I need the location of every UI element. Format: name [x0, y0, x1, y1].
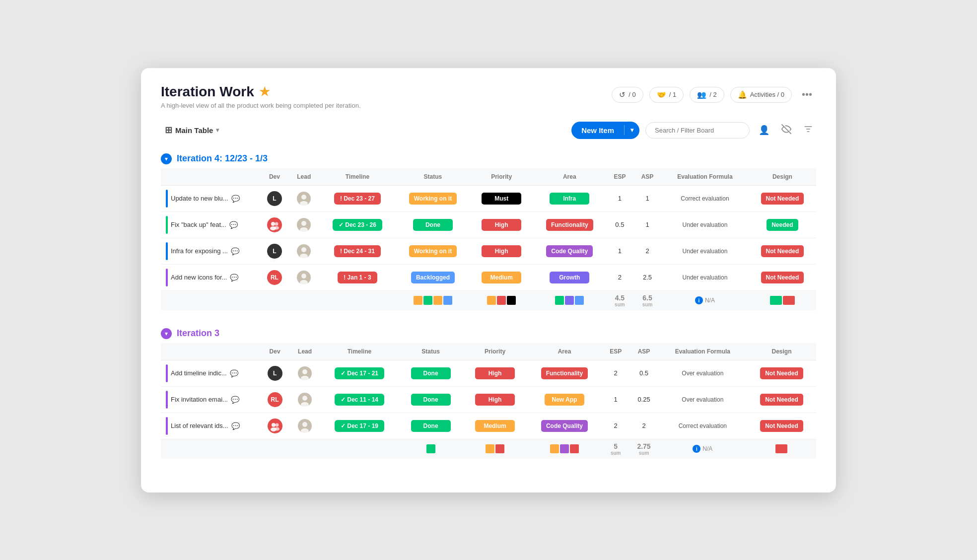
priority-cell[interactable]: Must [470, 185, 533, 211]
status-badge: Done [413, 219, 453, 231]
col-design: Design [747, 343, 816, 360]
iteration3-toggle[interactable]: ▾ [161, 328, 172, 339]
design-badge: Not Needed [761, 272, 804, 283]
status-cell[interactable]: Working on it [396, 185, 470, 211]
design-cell[interactable]: Not Needed [747, 386, 816, 413]
status-badge: Working on it [409, 245, 457, 257]
area-cell[interactable]: Code Quality [527, 413, 602, 439]
people-badge[interactable]: 👥 / 2 [690, 87, 724, 103]
iteration4-title[interactable]: Iteration 4: 12/23 - 1/3 [177, 153, 268, 164]
activities-badge[interactable]: 🔔 Activities / 0 [730, 87, 792, 103]
comment-icon[interactable]: 💬 [231, 195, 240, 203]
svg-point-30 [275, 423, 279, 426]
area-cell[interactable]: Code Quality [533, 238, 606, 264]
status-cell[interactable]: Backlogged [396, 264, 470, 290]
iteration3-title[interactable]: Iteration 3 [177, 328, 219, 339]
table-icon: ⊞ [165, 125, 172, 136]
profile-button[interactable]: 👤 [756, 122, 772, 139]
priority-badge: High [482, 219, 521, 231]
area-cell[interactable]: Functionality [533, 211, 606, 238]
comment-icon[interactable]: 💬 [230, 369, 238, 377]
priority-cell[interactable]: High [463, 386, 527, 413]
area-cell[interactable]: New App [527, 386, 602, 413]
comment-icon[interactable]: 💬 [230, 274, 238, 281]
row-name-cell: Fix invitation emai... 💬 [164, 391, 257, 409]
toolbar-right: New Item ▾ 👤 [571, 121, 816, 140]
timeline-cell[interactable]: ✓ Dec 11 - 14 [320, 386, 399, 413]
priority-cell[interactable]: Medium [463, 413, 527, 439]
table-row: Infra for exposing ... 💬 L ! Dec 24 - 31… [161, 238, 816, 264]
timeline-cell[interactable]: ✓ Dec 23 - 26 [319, 211, 396, 238]
timeline-cell[interactable]: ✓ Dec 17 - 21 [320, 360, 399, 386]
eye-off-button[interactable] [778, 121, 794, 140]
esp-cell: 2 [606, 264, 633, 290]
design-cell[interactable]: Not Needed [747, 360, 816, 386]
col-timeline: Timeline [320, 343, 399, 360]
table-row: Fix invitation emai... 💬 RL ✓ Dec 11 - 1… [161, 386, 816, 413]
priority-cell[interactable]: Medium [470, 264, 533, 290]
lead-cell [289, 185, 319, 211]
main-table-button[interactable]: ⊞ Main Table ▾ [161, 123, 223, 138]
link-badge[interactable]: ↺ / 0 [612, 87, 643, 103]
sum-design [749, 290, 816, 310]
area-cell[interactable]: Functionality [527, 360, 602, 386]
more-options-button[interactable]: ••• [798, 87, 816, 102]
priority-cell[interactable]: High [470, 238, 533, 264]
iteration4-toggle[interactable]: ▾ [161, 153, 172, 164]
status-cell[interactable]: Done [399, 413, 463, 439]
asp-cell: 2 [629, 413, 658, 439]
people-icon: 👥 [697, 90, 706, 99]
col-status: Status [396, 168, 470, 186]
comment-icon[interactable]: 💬 [229, 221, 238, 229]
priority-cell[interactable]: High [463, 360, 527, 386]
comment-icon[interactable]: 💬 [231, 422, 240, 430]
col-asp: ASP [629, 343, 658, 360]
col-eval: Evaluation Formula [661, 168, 749, 186]
esp-cell: 1 [606, 238, 633, 264]
col-name [161, 168, 260, 186]
design-cell[interactable]: Not Needed [749, 264, 816, 290]
row-name-text: Fix "back up" feat... [171, 221, 226, 228]
area-badge: Infra [550, 193, 589, 205]
design-cell[interactable]: Needed [749, 211, 816, 238]
timeline-cell[interactable]: ! Dec 24 - 31 [319, 238, 396, 264]
priority-badge: High [475, 394, 515, 406]
asp-cell: 1 [633, 211, 661, 238]
design-cell[interactable]: Not Needed [749, 238, 816, 264]
timeline-cell[interactable]: ! Jan 1 - 3 [319, 264, 396, 290]
status-cell[interactable]: Done [396, 211, 470, 238]
status-cell[interactable]: Done [399, 360, 463, 386]
priority-cell[interactable]: High [470, 211, 533, 238]
design-cell[interactable]: Not Needed [747, 413, 816, 439]
row-color-bar [166, 190, 168, 208]
new-item-button[interactable]: New Item ▾ [571, 122, 639, 139]
comment-icon[interactable]: 💬 [231, 247, 239, 255]
filter-button[interactable] [800, 121, 816, 140]
comment-icon[interactable]: 💬 [231, 396, 239, 404]
area-badge: Code Quality [541, 420, 588, 432]
status-cell[interactable]: Working on it [396, 238, 470, 264]
iteration3-section: ▾ Iteration 3 Dev Lead Timeline Status P… [161, 328, 816, 459]
sum-timeline-empty [319, 290, 396, 310]
design-cell[interactable]: Not Needed [749, 185, 816, 211]
eval-cell: Under evaluation [661, 238, 749, 264]
search-input[interactable] [645, 122, 750, 139]
table-row: Add timeline indic... 💬 L ✓ Dec 17 - 21D… [161, 360, 816, 386]
link-count: / 0 [628, 91, 635, 98]
area-cell[interactable]: Growth [533, 264, 606, 290]
col-status: Status [399, 343, 463, 360]
eval-text: Correct evaluation [681, 195, 729, 202]
svg-point-19 [301, 274, 306, 279]
timeline-cell[interactable]: ! Dec 23 - 27 [319, 185, 396, 211]
timeline-cell[interactable]: ✓ Dec 17 - 19 [320, 413, 399, 439]
status-cell[interactable]: Done [399, 386, 463, 413]
sum-lead-empty [289, 290, 319, 310]
status-badge: Done [411, 420, 451, 432]
collab-badge[interactable]: 🤝 / 1 [649, 87, 684, 103]
lead-cell [289, 238, 319, 264]
eval-cell: Over evaluation [658, 386, 747, 413]
star-icon[interactable]: ★ [259, 85, 270, 99]
dev-cell: RL [260, 386, 289, 413]
area-cell[interactable]: Infra [533, 185, 606, 211]
priority-badge: Medium [475, 420, 515, 432]
